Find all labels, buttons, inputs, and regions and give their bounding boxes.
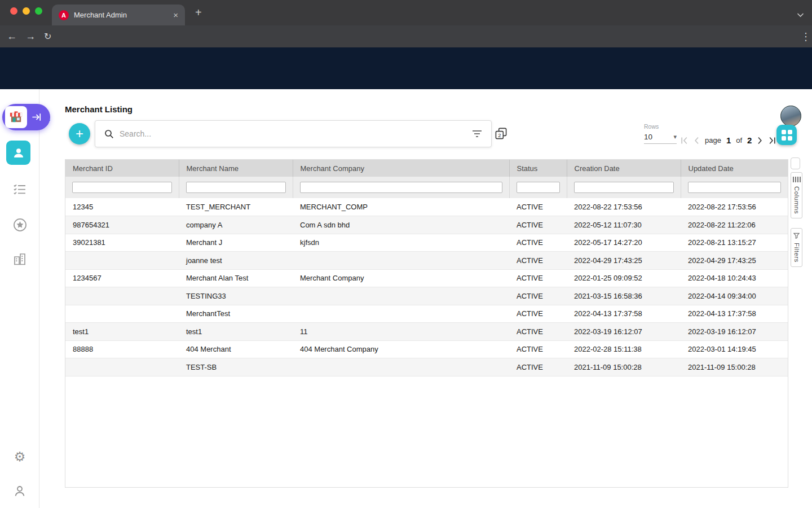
column-header[interactable]: Merchant Name bbox=[179, 160, 293, 177]
page-title: Merchant Listing bbox=[65, 104, 133, 114]
table-cell: 2022-04-13 17:37:58 bbox=[567, 305, 681, 323]
table-cell: 1234567 bbox=[65, 269, 179, 287]
table-row[interactable]: joanne testACTIVE2022-04-29 17:43:252022… bbox=[65, 252, 788, 270]
user-avatar[interactable] bbox=[780, 106, 801, 126]
window-close-button[interactable] bbox=[10, 7, 17, 15]
column-filter-input[interactable] bbox=[72, 182, 172, 193]
tab-columns-label: Columns bbox=[793, 186, 800, 214]
forward-icon[interactable]: → bbox=[25, 30, 36, 42]
table-cell: 2022-05-12 11:07:30 bbox=[567, 216, 681, 234]
table-cell bbox=[293, 358, 509, 376]
filter-lines-icon[interactable] bbox=[472, 130, 482, 138]
add-merchant-button[interactable]: + bbox=[69, 123, 90, 144]
table-cell bbox=[293, 305, 509, 323]
svg-text:2: 2 bbox=[498, 132, 501, 138]
table-body: 12345TEST_MERCHANTMERCHANT_COMPACTIVE202… bbox=[65, 198, 788, 376]
table-row[interactable]: test1test111ACTIVE2022-03-19 16:12:07202… bbox=[65, 323, 788, 341]
table-row[interactable]: 88888404 Merchant404 Merchant CompanyACT… bbox=[65, 340, 788, 358]
next-page-button[interactable] bbox=[757, 137, 764, 144]
new-tab-button[interactable]: + bbox=[195, 6, 202, 19]
table-cell: ACTIVE bbox=[509, 287, 567, 305]
sidebar-item-list[interactable] bbox=[0, 184, 39, 195]
building-icon bbox=[14, 253, 26, 265]
tab-filters[interactable]: Filters bbox=[791, 228, 802, 267]
table-cell: 2021-03-15 16:58:36 bbox=[567, 287, 681, 305]
table-row[interactable]: 39021381Merchant JkjfsdnACTIVE2022-05-17… bbox=[65, 234, 788, 252]
browser-tab[interactable]: A Merchant Admin × bbox=[52, 5, 185, 25]
column-filter-input[interactable] bbox=[517, 182, 560, 193]
sidebar-item-settings[interactable]: ⚙ bbox=[0, 450, 39, 463]
grid-view-button[interactable] bbox=[776, 125, 797, 145]
column-filter-input[interactable] bbox=[688, 182, 782, 193]
table-cell: 2022-01-25 09:09:52 bbox=[567, 269, 681, 287]
table-cell: MerchantTest bbox=[179, 305, 293, 323]
first-page-button[interactable] bbox=[680, 137, 688, 144]
table-cell: kjfsdn bbox=[293, 234, 509, 252]
window-zoom-button[interactable] bbox=[35, 7, 42, 15]
table-cell: ACTIVE bbox=[509, 340, 567, 358]
sidebar-item-organization[interactable] bbox=[0, 253, 39, 265]
duplicate-view-icon[interactable]: 2 bbox=[495, 127, 508, 142]
table-cell bbox=[65, 358, 179, 376]
column-header[interactable]: Status bbox=[509, 160, 567, 177]
screen: A Merchant Admin × + ← → ↻ akaun.cloud/#… bbox=[0, 0, 812, 508]
table-row[interactable]: TESTING33ACTIVE2021-03-15 16:58:362022-0… bbox=[65, 287, 788, 305]
column-filter-input[interactable] bbox=[186, 182, 286, 193]
table-cell: Merchant Company bbox=[293, 269, 509, 287]
table-cell bbox=[65, 287, 179, 305]
tab-search-chevron-icon[interactable] bbox=[797, 10, 804, 20]
table-row[interactable]: MerchantTestACTIVE2022-04-13 17:37:58202… bbox=[65, 305, 788, 323]
back-icon[interactable]: ← bbox=[7, 30, 17, 42]
right-panel-rail: Columns Filters bbox=[791, 157, 811, 267]
tab-columns[interactable]: Columns bbox=[791, 172, 802, 218]
storefront-icon bbox=[5, 106, 27, 128]
table-cell: ACTIVE bbox=[509, 358, 567, 376]
table-cell bbox=[293, 287, 509, 305]
table-cell: 404 Merchant Company bbox=[293, 340, 509, 358]
page-word: page bbox=[705, 136, 721, 144]
tab-close-icon[interactable]: × bbox=[173, 11, 178, 19]
column-header[interactable]: Creation Date bbox=[567, 160, 681, 177]
table-cell: 2022-04-29 17:43:25 bbox=[681, 252, 788, 270]
column-filter-input[interactable] bbox=[574, 182, 674, 193]
search-input[interactable] bbox=[120, 129, 472, 138]
table-row[interactable]: TEST-SBACTIVE2021-11-09 15:00:282021-11-… bbox=[65, 358, 788, 376]
rows-per-page-value: 10 bbox=[644, 133, 652, 141]
sidebar-item-merchant-applet[interactable] bbox=[2, 104, 50, 130]
total-pages-number: 2 bbox=[747, 135, 752, 145]
of-word: of bbox=[736, 136, 742, 144]
table-cell: Merchant J bbox=[179, 234, 293, 252]
table-cell: company A bbox=[179, 216, 293, 234]
previous-page-button[interactable] bbox=[693, 137, 700, 144]
last-page-button[interactable] bbox=[769, 137, 776, 144]
table-cell: 2022-08-21 13:15:27 bbox=[681, 234, 788, 252]
sidebar-item-profile[interactable] bbox=[0, 484, 39, 498]
person-icon bbox=[12, 146, 25, 160]
table-cell: 2022-04-18 10:24:43 bbox=[681, 269, 788, 287]
table-cell: 2022-04-14 09:34:00 bbox=[681, 287, 788, 305]
rows-per-page-select[interactable]: 10 ▾ bbox=[644, 133, 677, 144]
search-icon bbox=[104, 129, 114, 139]
browser-toolbar: ← → ↻ akaun.cloud/#/applets/wavelet/erp/… bbox=[0, 25, 812, 47]
column-header[interactable]: Merchant ID bbox=[65, 160, 179, 177]
table-row[interactable]: 12345TEST_MERCHANTMERCHANT_COMPACTIVE202… bbox=[65, 198, 788, 216]
column-header[interactable]: Updated Date bbox=[681, 160, 788, 177]
table-filter-row bbox=[65, 177, 788, 198]
table-cell bbox=[65, 252, 179, 270]
scrollbar-thumb[interactable] bbox=[791, 157, 800, 169]
reload-icon[interactable]: ↻ bbox=[44, 30, 51, 42]
sidebar-item-merchants[interactable] bbox=[6, 141, 30, 165]
search-box bbox=[95, 120, 492, 147]
column-filter-input[interactable] bbox=[300, 182, 502, 193]
sidebar-item-favorites[interactable] bbox=[0, 218, 39, 232]
window-minimize-button[interactable] bbox=[23, 7, 30, 15]
table-row[interactable]: 987654321company ACom A sdn bhdACTIVE202… bbox=[65, 216, 788, 234]
table-cell: 987654321 bbox=[65, 216, 179, 234]
browser-menu-icon[interactable]: ⋮ bbox=[801, 31, 811, 43]
table-cell: 12345 bbox=[65, 198, 179, 216]
table-cell: 2022-08-22 11:22:06 bbox=[681, 216, 788, 234]
table-cell: ACTIVE bbox=[509, 305, 567, 323]
table-row[interactable]: 1234567Merchant Alan TestMerchant Compan… bbox=[65, 269, 788, 287]
table-cell: 2022-04-13 17:37:58 bbox=[681, 305, 788, 323]
column-header[interactable]: Merchant Company bbox=[293, 160, 509, 177]
